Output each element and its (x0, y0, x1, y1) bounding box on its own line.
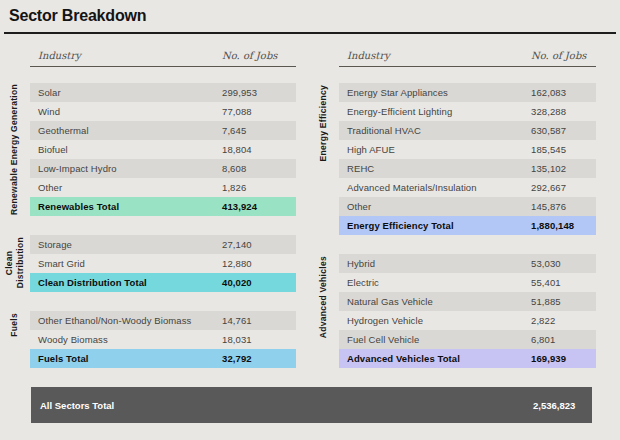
left-column: Industry No. of Jobs Renewable Energy Ge… (0, 34, 296, 368)
jobs-cell: 8,608 (222, 163, 296, 174)
table-row: Storage 27,140 (30, 235, 296, 254)
content: Industry No. of Jobs Renewable Energy Ge… (0, 34, 620, 368)
sector-label-gutter: Energy Efficiency (309, 83, 339, 235)
table-row: High AFUE 185,545 (339, 140, 596, 159)
sector-section: Energy Efficiency Energy Star Appliances… (309, 83, 596, 235)
table-row: Fuels Total 32,792 (30, 349, 296, 368)
sector-section: Clean Distribution Storage 27,140 Smart … (0, 235, 296, 292)
industry-cell: Energy-Efficient Lighting (347, 106, 531, 117)
industry-cell: Storage (38, 239, 222, 250)
jobs-header: No. of Jobs (531, 50, 596, 61)
all-sectors-total-bar: All Sectors Total 2,536,823 (31, 387, 592, 423)
industry-cell: Fuels Total (38, 353, 222, 364)
table-row: Smart Grid 12,880 (30, 254, 296, 273)
table-row: Traditional HVAC 630,587 (339, 121, 596, 140)
sector-table: Hybrid 53,030 Electric 55,401 Natural Ga… (339, 254, 596, 368)
table-row: Wind 77,088 (30, 102, 296, 121)
page-title: Sector Breakdown (0, 0, 620, 25)
jobs-cell: 51,885 (531, 296, 596, 307)
sector-table: Storage 27,140 Smart Grid 12,880 Clean D… (30, 235, 296, 292)
industry-cell: Advanced Materials/Insulation (347, 182, 531, 193)
table-row: Woody Biomass 18,031 (30, 330, 296, 349)
table-row: Other Ethanol/Non-Woody Biomass 14,761 (30, 311, 296, 330)
sector-label: Clean Distribution (4, 237, 26, 288)
industry-cell: Advanced Vehicles Total (347, 353, 531, 364)
table-row: Geothermal 7,645 (30, 121, 296, 140)
jobs-cell: 55,401 (531, 277, 596, 288)
industry-cell: Low-Impact Hydro (38, 163, 222, 174)
jobs-cell: 413,924 (222, 201, 296, 212)
sector-table: Energy Star Appliances 162,083 Energy-Ef… (339, 83, 596, 235)
sector-table: Solar 299,953 Wind 77,088 Geothermal 7,6… (30, 83, 296, 216)
jobs-cell: 328,288 (531, 106, 596, 117)
right-sections: Energy Efficiency Energy Star Appliances… (309, 83, 596, 368)
all-sectors-total-label: All Sectors Total (40, 400, 114, 411)
sector-label: Energy Efficiency (318, 85, 329, 161)
industry-cell: Wind (38, 106, 222, 117)
industry-cell: Traditional HVAC (347, 125, 531, 136)
left-column-header: Industry No. of Jobs (30, 50, 296, 67)
table-row: Fuel Cell Vehicle 6,801 (339, 330, 596, 349)
industry-cell: High AFUE (347, 144, 531, 155)
all-sectors-total-value: 2,536,823 (533, 400, 575, 411)
industry-cell: Smart Grid (38, 258, 222, 269)
right-column: Industry No. of Jobs Energy Efficiency E… (309, 34, 596, 368)
jobs-cell: 7,645 (222, 125, 296, 136)
sector-label-gutter: Fuels (0, 311, 30, 368)
industry-cell: Energy Star Appliances (347, 87, 531, 98)
industry-cell: Renewables Total (38, 201, 222, 212)
table-row: Clean Distribution Total 40,020 (30, 273, 296, 292)
industry-cell: Geothermal (38, 125, 222, 136)
table-row: Hydrogen Vehicle 2,822 (339, 311, 596, 330)
industry-cell: Hybrid (347, 258, 531, 269)
jobs-cell: 32,792 (222, 353, 296, 364)
jobs-cell: 6,801 (531, 334, 596, 345)
industry-cell: Biofuel (38, 144, 222, 155)
jobs-cell: 27,140 (222, 239, 296, 250)
sector-label-gutter: Renewable Energy Generation (0, 83, 30, 216)
sector-label: Fuels (9, 313, 20, 337)
jobs-cell: 18,031 (222, 334, 296, 345)
jobs-header: No. of Jobs (222, 50, 296, 61)
jobs-cell: 1,826 (222, 182, 296, 193)
industry-cell: Clean Distribution Total (38, 277, 222, 288)
industry-cell: Other Ethanol/Non-Woody Biomass (38, 315, 222, 326)
jobs-cell: 145,876 (531, 201, 596, 212)
sector-section: Renewable Energy Generation Solar 299,95… (0, 83, 296, 216)
jobs-cell: 1,880,148 (531, 220, 596, 231)
table-row: Natural Gas Vehicle 51,885 (339, 292, 596, 311)
industry-cell: Other (38, 182, 222, 193)
jobs-cell: 12,880 (222, 258, 296, 269)
industry-cell: Other (347, 201, 531, 212)
right-column-header: Industry No. of Jobs (339, 50, 596, 67)
industry-cell: REHC (347, 163, 531, 174)
sector-label-gutter: Advanced Vehicles (309, 254, 339, 368)
industry-header: Industry (38, 50, 222, 61)
table-row: Electric 55,401 (339, 273, 596, 292)
jobs-cell: 169,939 (531, 353, 596, 364)
sector-label: Renewable Energy Generation (9, 84, 20, 215)
industry-cell: Hydrogen Vehicle (347, 315, 531, 326)
industry-cell: Fuel Cell Vehicle (347, 334, 531, 345)
industry-cell: Solar (38, 87, 222, 98)
table-row: Energy Star Appliances 162,083 (339, 83, 596, 102)
table-row: Energy Efficiency Total 1,880,148 (339, 216, 596, 235)
table-row: Other 145,876 (339, 197, 596, 216)
sector-label: Advanced Vehicles (318, 256, 329, 338)
table-row: Advanced Materials/Insulation 292,667 (339, 178, 596, 197)
table-row: Biofuel 18,804 (30, 140, 296, 159)
sector-section: Fuels Other Ethanol/Non-Woody Biomass 14… (0, 311, 296, 368)
table-row: Advanced Vehicles Total 169,939 (339, 349, 596, 368)
sector-label-gutter: Clean Distribution (0, 235, 30, 292)
sector-section: Advanced Vehicles Hybrid 53,030 Electric… (309, 254, 596, 368)
jobs-cell: 18,804 (222, 144, 296, 155)
jobs-cell: 185,545 (531, 144, 596, 155)
jobs-cell: 630,587 (531, 125, 596, 136)
jobs-cell: 299,953 (222, 87, 296, 98)
jobs-cell: 162,083 (531, 87, 596, 98)
jobs-cell: 135,102 (531, 163, 596, 174)
table-row: REHC 135,102 (339, 159, 596, 178)
table-row: Solar 299,953 (30, 83, 296, 102)
table-row: Energy-Efficient Lighting 328,288 (339, 102, 596, 121)
table-row: Low-Impact Hydro 8,608 (30, 159, 296, 178)
